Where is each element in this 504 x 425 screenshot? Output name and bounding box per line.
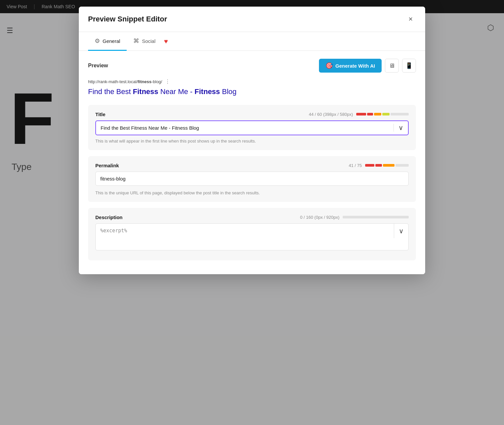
ai-icon: 🎯 [326, 62, 333, 69]
preview-header: Preview 🎯 Generate With AI 🖥 📱 [88, 59, 416, 73]
title-dropdown-button[interactable]: ∨ [394, 124, 408, 132]
description-field-label: Description [95, 214, 123, 220]
desktop-view-button[interactable]: 🖥 [385, 59, 399, 73]
close-button[interactable]: × [405, 14, 416, 24]
pb-seg-p3 [383, 164, 394, 167]
permalink-hint: This is the unique URL of this page, dis… [95, 190, 409, 195]
title-progress-bar [356, 113, 409, 115]
snippet-url: http://rank-math-test.local/fitness-blog… [88, 79, 416, 85]
generate-ai-label: Generate With AI [335, 63, 375, 69]
snippet-title-mid: Near Me - [158, 87, 195, 96]
snippet-title: Find the Best Fitness Near Me - Fitness … [88, 87, 416, 97]
pb-seg-d1 [343, 216, 409, 218]
pb-seg-p2 [375, 164, 382, 167]
description-dropdown-button[interactable]: ∨ [394, 224, 408, 238]
pb-seg-1 [356, 113, 366, 115]
pb-seg-2 [367, 113, 373, 115]
desktop-icon: 🖥 [389, 62, 395, 69]
tab-social[interactable]: ⌘ Social [127, 32, 162, 51]
gear-icon: ⚙ [95, 37, 100, 45]
snippet-title-bold2: Fitness [195, 87, 220, 96]
description-field-meta: 0 / 160 (0px / 920px) [300, 215, 409, 220]
title-field-label: Title [95, 112, 106, 117]
permalink-field-meta: 41 / 75 [349, 163, 409, 168]
preview-controls: 🎯 Generate With AI 🖥 📱 [319, 59, 416, 73]
permalink-progress-bar [365, 164, 409, 167]
title-hint: This is what will appear in the first li… [95, 139, 409, 144]
generate-ai-button[interactable]: 🎯 Generate With AI [319, 59, 382, 73]
tab-social-label: Social [142, 38, 155, 44]
mobile-view-button[interactable]: 📱 [402, 59, 416, 73]
description-field-header: Description 0 / 160 (0px / 920px) [95, 214, 409, 220]
pb-seg-5 [391, 113, 409, 115]
description-input[interactable] [96, 224, 394, 250]
description-field-section: Description 0 / 160 (0px / 920px) ∨ [88, 208, 416, 260]
permalink-field-header: Permalink 41 / 75 [95, 163, 409, 168]
title-field-header: Title 44 / 60 (398px / 580px) [95, 112, 409, 117]
snippet-title-end: Blog [220, 87, 236, 96]
snippet-title-bold1: Fitness [133, 87, 158, 96]
title-input[interactable] [96, 121, 394, 135]
title-counter: 44 / 60 (398px / 580px) [309, 112, 353, 117]
description-counter: 0 / 160 (0px / 920px) [300, 215, 339, 220]
pb-seg-4 [382, 113, 390, 115]
title-field-meta: 44 / 60 (398px / 580px) [309, 112, 409, 117]
url-bold-part: fitness [138, 79, 151, 84]
title-input-row: ∨ [95, 120, 409, 135]
pb-seg-p1 [365, 164, 374, 167]
preview-label: Preview [88, 63, 108, 69]
modal-header: Preview Snippet Editor × [79, 7, 425, 32]
preview-snippet-modal: Preview Snippet Editor × ⚙ General ⌘ Soc… [79, 7, 425, 274]
social-icon: ⌘ [133, 37, 139, 45]
tab-general-label: General [103, 38, 120, 44]
permalink-input[interactable] [95, 172, 409, 186]
title-field-section: Title 44 / 60 (398px / 580px) ∨ This is … [88, 105, 416, 150]
favorite-heart-icon[interactable]: ♥ [164, 38, 168, 45]
modal-title: Preview Snippet Editor [88, 15, 167, 23]
permalink-counter: 41 / 75 [349, 163, 362, 168]
mobile-icon: 📱 [405, 62, 413, 69]
permalink-field-section: Permalink 41 / 75 This is the unique URL… [88, 156, 416, 202]
pb-seg-3 [374, 113, 381, 115]
url-text: http://rank-math-test.local/fitness-blog… [88, 79, 162, 84]
tab-bar: ⚙ General ⌘ Social ♥ [79, 32, 425, 51]
tab-general[interactable]: ⚙ General [88, 32, 127, 51]
snippet-options-icon[interactable]: ⋮ [165, 79, 170, 85]
description-progress-bar [343, 216, 409, 218]
description-input-row: ∨ [95, 223, 409, 250]
pb-seg-p4 [395, 164, 409, 167]
snippet-title-plain1: Find the Best [88, 87, 133, 96]
snippet-preview: http://rank-math-test.local/fitness-blog… [88, 79, 416, 97]
modal-body: Preview 🎯 Generate With AI 🖥 📱 http://ra… [79, 51, 425, 274]
permalink-field-label: Permalink [95, 163, 119, 168]
